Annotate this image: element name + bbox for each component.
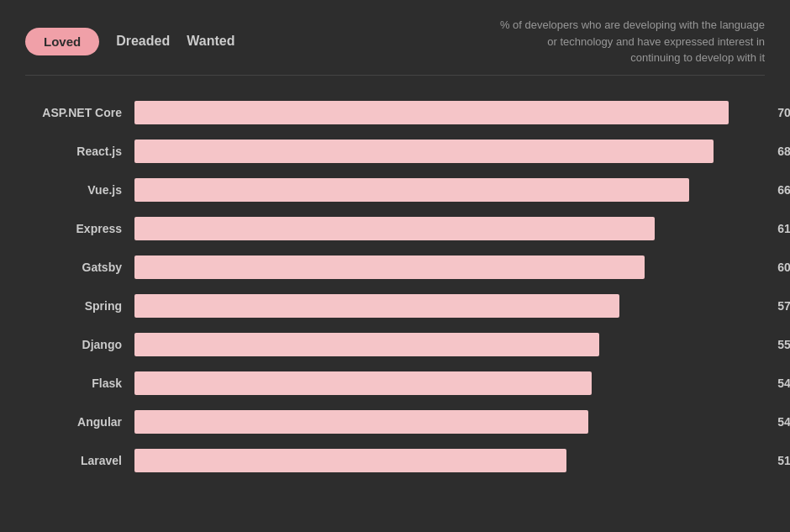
bar-label: Spring [25, 299, 134, 313]
bar-container: 57.7% [134, 294, 765, 318]
bar-fill [134, 333, 599, 356]
bar-track: 51.4% [134, 449, 765, 472]
bar-value: 57.7% [777, 299, 790, 313]
bar-fill [134, 410, 588, 434]
bar-label: Angular [25, 415, 134, 429]
bar-value: 60.7% [777, 261, 790, 274]
bar-fill [134, 140, 714, 163]
tab-loved[interactable]: Loved [25, 28, 99, 55]
bar-row: Spring 57.7% [25, 294, 765, 318]
bar-track: 68.9% [134, 140, 765, 163]
bar-label: ASP.NET Core [25, 106, 134, 119]
tab-dreaded[interactable]: Dreaded [116, 34, 170, 49]
bar-track: 54.0% [134, 410, 765, 434]
bar-row: Gatsby 60.7% [25, 255, 765, 279]
bar-row: Express 61.9% [25, 217, 765, 240]
tab-group: Loved Dreaded Wanted [25, 28, 234, 55]
bar-container: 54.4% [134, 371, 765, 395]
header-divider [25, 75, 765, 76]
bar-label: Gatsby [25, 261, 134, 274]
bar-value: 70.7% [777, 106, 790, 119]
bar-value: 54.0% [777, 415, 790, 429]
chart-description: % of developers who are developing with … [496, 17, 765, 66]
bar-track: 54.4% [134, 371, 765, 395]
bar-fill [134, 217, 655, 240]
bar-value: 66.0% [777, 183, 790, 197]
bar-value: 51.4% [777, 454, 790, 467]
bar-track: 66.0% [134, 178, 765, 202]
bar-container: 70.7% [134, 101, 765, 124]
bar-row: Vue.js 66.0% [25, 178, 765, 202]
bar-container: 60.7% [134, 255, 765, 279]
bar-container: 66.0% [134, 178, 765, 202]
bar-label: Django [25, 338, 134, 351]
bar-value: 54.4% [777, 377, 790, 390]
bar-track: 57.7% [134, 294, 765, 318]
bar-track: 61.9% [134, 217, 765, 240]
bar-row: Angular 54.0% [25, 410, 765, 434]
bar-label: React.js [25, 145, 134, 158]
bar-track: 55.3% [134, 333, 765, 356]
bar-row: Laravel 51.4% [25, 449, 765, 472]
bar-track: 70.7% [134, 101, 765, 124]
bar-fill [134, 101, 729, 124]
bar-fill [134, 294, 619, 318]
bar-value: 61.9% [777, 222, 790, 235]
bar-fill [134, 255, 645, 279]
bar-value: 68.9% [777, 145, 790, 158]
bar-container: 51.4% [134, 449, 765, 472]
bar-track: 60.7% [134, 255, 765, 279]
bar-label: Vue.js [25, 183, 134, 197]
bar-value: 55.3% [777, 338, 790, 351]
header: Loved Dreaded Wanted % of developers who… [25, 17, 765, 66]
bar-container: 68.9% [134, 140, 765, 163]
bar-row: Flask 54.4% [25, 371, 765, 395]
bar-fill [134, 449, 566, 472]
chart-area: ASP.NET Core 70.7% React.js 68.9% Vue.js [25, 92, 765, 496]
bar-label: Flask [25, 377, 134, 390]
bar-container: 55.3% [134, 333, 765, 356]
bar-fill [134, 371, 592, 395]
bar-container: 61.9% [134, 217, 765, 240]
bar-row: ASP.NET Core 70.7% [25, 101, 765, 124]
main-container: Loved Dreaded Wanted % of developers who… [0, 0, 790, 532]
tab-wanted[interactable]: Wanted [187, 34, 234, 49]
bar-fill [134, 178, 689, 202]
bar-container: 54.0% [134, 410, 765, 434]
bar-row: Django 55.3% [25, 333, 765, 356]
bar-label: Express [25, 222, 134, 235]
bar-label: Laravel [25, 454, 134, 467]
bar-row: React.js 68.9% [25, 140, 765, 163]
